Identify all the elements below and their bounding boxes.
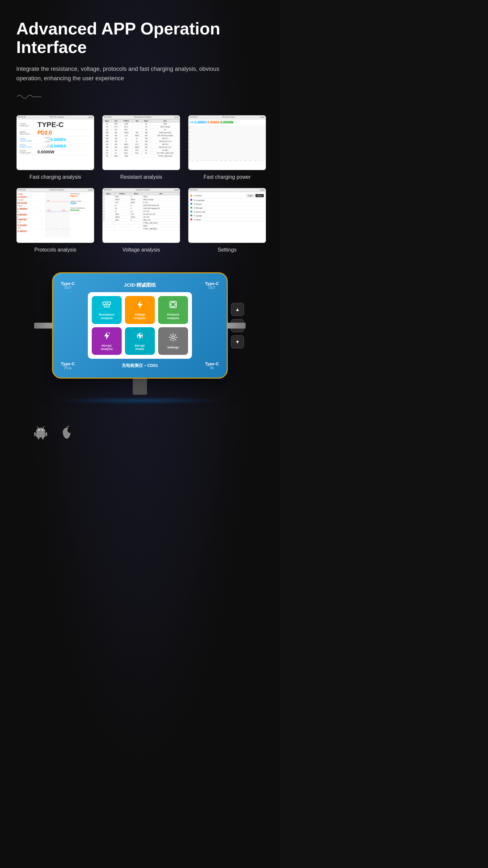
svg-marker-50 — [137, 301, 143, 308]
pdqc-power-icon — [135, 331, 144, 342]
app-grid: ResistanceAnalysis VoltageAnalysis — [92, 296, 188, 355]
svg-text:6: 6 — [56, 228, 57, 230]
svg-point-61 — [38, 429, 40, 431]
svg-text:2: 2 — [197, 160, 198, 161]
svg-text:10: 10 — [62, 228, 64, 230]
label-protocols: Protocols analysis — [34, 247, 77, 253]
port-bottom-right: Type-C IN — [205, 361, 219, 370]
svg-rect-69 — [42, 437, 44, 439]
screenshot-voltage: 00:00:00 Voltage Analysis 00℃ MeasTYPE-C… — [102, 188, 180, 253]
device-body: Type-C OUT JCID·精诚图纸 Type-C OUT — [52, 272, 228, 379]
screen-power: 00:00:00 PD+QC Power 00℃ V/A 0.0000V 0.0… — [188, 115, 266, 170]
screen-protocols: 00:00:00 Protocol Analysis 00℃ Voltage 4… — [16, 188, 94, 243]
os-icons-row — [16, 424, 263, 440]
port-top-left: Type-C OUT — [61, 281, 75, 289]
svg-text:12: 12 — [220, 160, 222, 161]
svg-text:1: 1 — [189, 158, 190, 160]
svg-text:5: 5 — [189, 143, 190, 145]
app-voltage-label: VoltageAnalysis — [134, 313, 146, 320]
screenshots-grid: 00:00:00 PD+QC Analysis 00℃ 产品类型Product … — [16, 115, 263, 253]
label-power: Fast charging power — [204, 174, 251, 180]
bottom-connector — [133, 379, 147, 395]
svg-text:D+: D+ — [48, 199, 50, 202]
svg-text:14: 14 — [69, 228, 69, 230]
device-shadow — [59, 397, 221, 405]
app-resistance[interactable]: ResistanceAnalysis — [92, 296, 122, 324]
port-top-right: Type-C OUT — [205, 281, 219, 289]
label-resistance: Resistant analysis — [120, 174, 162, 180]
apple-icon — [59, 424, 75, 440]
app-pdqc-power-label: PD+QCPower — [135, 344, 145, 351]
svg-text:6: 6 — [206, 160, 207, 161]
label-fast-charging: Fast charging analysis — [29, 174, 81, 180]
svg-text:24: 24 — [250, 160, 251, 161]
svg-text:2: 2 — [189, 154, 190, 156]
svg-text:0: 0 — [47, 228, 48, 230]
svg-text:CC1: CC1 — [48, 209, 51, 211]
label-voltage: Voltage analysis — [122, 247, 160, 253]
label-settings: Settings — [218, 247, 236, 253]
settings-icon — [169, 333, 178, 344]
screenshot-resistance: 00:00:00 Resistance Analysis 00℃ MeasStd… — [102, 115, 180, 180]
svg-rect-66 — [34, 432, 36, 436]
svg-point-70 — [67, 428, 73, 433]
svg-text:22: 22 — [245, 160, 246, 161]
screenshot-settings: 00:00:00 00℃ ⊙ Theme Light Deep — [188, 188, 266, 253]
port-bottom-left: Type-C PC/♦ — [61, 361, 75, 370]
svg-point-62 — [41, 429, 43, 431]
header-subtitle: Integrate the resistance, voltage, proto… — [16, 64, 244, 83]
protocol-icon — [169, 300, 178, 311]
pdqc-analysis-icon — [102, 331, 111, 342]
app-pdqc-power[interactable]: PD+QCPower — [125, 327, 155, 355]
svg-text:16: 16 — [230, 160, 232, 161]
app-settings-label: Settings — [167, 346, 179, 349]
nav-down-button[interactable]: ▼ — [231, 335, 244, 348]
app-settings[interactable]: Settings — [158, 327, 188, 355]
svg-marker-57 — [104, 332, 109, 340]
app-pdqc-analysis[interactable]: PD+QCAnalysis — [92, 327, 122, 355]
screen-settings: 00:00:00 00℃ ⊙ Theme Light Deep — [188, 188, 266, 243]
app-resistance-label: ResistanceAnalysis — [99, 313, 115, 320]
svg-rect-68 — [38, 437, 39, 439]
nav-up-button[interactable]: ▲ — [231, 303, 244, 316]
svg-text:4: 4 — [201, 160, 202, 161]
svg-text:6: 6 — [189, 139, 190, 141]
svg-text:18: 18 — [235, 160, 236, 161]
svg-text:2: 2 — [50, 228, 51, 230]
svg-text:20: 20 — [240, 160, 241, 161]
android-icon — [32, 424, 49, 440]
device-section: Type-C OUT JCID·精诚图纸 Type-C OUT — [16, 272, 263, 405]
screen-voltage: 00:00:00 Voltage Analysis 00℃ MeasTYPE-C… — [102, 188, 180, 243]
svg-line-64 — [43, 426, 44, 428]
svg-rect-52 — [171, 303, 175, 306]
svg-text:9: 9 — [189, 127, 190, 129]
screenshot-fast-charging: 00:00:00 PD+QC Analysis 00℃ 产品类型Product … — [16, 115, 94, 180]
svg-text:8: 8 — [189, 131, 190, 133]
svg-text:4: 4 — [53, 228, 54, 230]
screenshot-protocols: 00:00:00 Protocol Analysis 00℃ Voltage 4… — [16, 188, 94, 253]
device-brand: JCID·精诚图纸 — [124, 282, 156, 288]
svg-text:10: 10 — [216, 160, 217, 161]
svg-text:0: 0 — [192, 160, 193, 161]
voltage-icon — [135, 300, 144, 311]
svg-text:14: 14 — [225, 160, 227, 161]
wave-decoration — [16, 93, 263, 102]
app-protocol-label: ProtocolAnalysis — [167, 313, 179, 320]
svg-text:26: 26 — [254, 160, 256, 161]
svg-text:4: 4 — [189, 147, 190, 149]
svg-text:8: 8 — [60, 228, 60, 230]
svg-text:8: 8 — [211, 160, 212, 161]
app-voltage[interactable]: VoltageAnalysis — [125, 296, 155, 324]
svg-rect-67 — [46, 432, 47, 436]
resistance-icon — [102, 300, 111, 311]
svg-marker-58 — [137, 332, 143, 340]
screen-resistance: 00:00:00 Resistance Analysis 00℃ MeasStd… — [102, 115, 180, 170]
svg-text:7: 7 — [189, 135, 190, 137]
screen-fast-charging: 00:00:00 PD+QC Analysis 00℃ 产品类型Product … — [16, 115, 94, 170]
page-title: Advanced APP Operation Interface — [16, 20, 263, 57]
svg-point-59 — [172, 336, 174, 339]
svg-text:CC2: CC2 — [62, 209, 65, 211]
svg-rect-65 — [36, 432, 45, 437]
app-protocol[interactable]: ProtocolAnalysis — [158, 296, 188, 324]
device-screen: ResistanceAnalysis VoltageAnalysis — [88, 292, 192, 359]
